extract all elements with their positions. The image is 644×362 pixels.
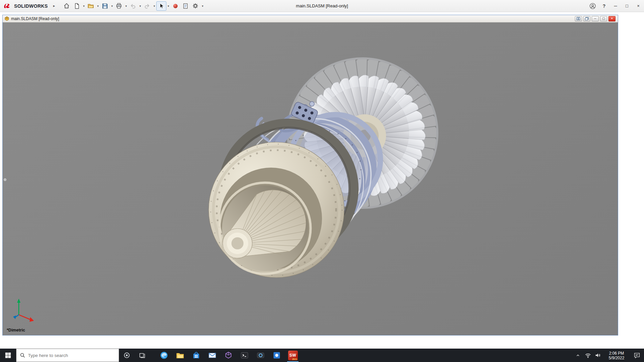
home-button[interactable] xyxy=(62,1,72,11)
options-caret[interactable]: ▾ xyxy=(201,4,205,8)
account-icon xyxy=(589,3,596,9)
system-tray: 2:06 PM 5/9/2022 xyxy=(573,349,644,362)
new-document-button[interactable] xyxy=(72,1,82,11)
print-button[interactable] xyxy=(114,1,124,11)
hidden-icons-button[interactable] xyxy=(573,352,583,359)
document-title: main.SLDASM [Read-only] xyxy=(11,16,59,21)
taskbar-mail-button[interactable] xyxy=(204,349,220,362)
menu-flyout-arrow[interactable]: ▸ xyxy=(53,4,55,8)
redo-button[interactable] xyxy=(142,1,152,11)
solidworks-taskbar-icon: SW 2021 xyxy=(288,351,298,360)
record-sphere-icon xyxy=(172,3,178,9)
save-button[interactable] xyxy=(100,1,110,11)
chevron-up-icon xyxy=(575,352,581,359)
taskbar-camera-button[interactable] xyxy=(253,349,269,362)
search-icon xyxy=(20,352,25,358)
child-minimize-button[interactable]: ─ xyxy=(592,16,599,21)
tile-windows-button[interactable] xyxy=(575,16,582,21)
help-button[interactable]: ? xyxy=(598,0,610,12)
assembly-document-icon xyxy=(4,16,9,21)
taskbar-store-button[interactable] xyxy=(188,349,204,362)
undo-icon xyxy=(130,3,136,9)
new-document-caret[interactable]: ▾ xyxy=(82,4,86,8)
redo-caret[interactable]: ▾ xyxy=(152,4,156,8)
wifi-icon xyxy=(584,352,592,359)
pane-toggle-handle[interactable] xyxy=(4,178,6,181)
network-button[interactable] xyxy=(583,352,593,359)
child-restore-button[interactable]: ▢ xyxy=(600,16,607,21)
cortana-button[interactable] xyxy=(119,349,135,362)
solidworks-brand: SOLIDWORKS xyxy=(3,3,48,9)
document-window: main.SLDASM [Read-only] ─ ▢ × xyxy=(2,15,618,336)
speaker-icon xyxy=(594,352,602,359)
undo-caret[interactable]: ▾ xyxy=(138,4,142,8)
select-tool-button[interactable] xyxy=(156,1,166,11)
orientation-triad[interactable] xyxy=(13,299,34,322)
toolbar: ▾ ▾ ▾ xyxy=(62,1,205,11)
taskbar-3d-viewer-button[interactable] xyxy=(220,349,236,362)
maximize-button[interactable]: □ xyxy=(621,0,633,12)
new-document-icon xyxy=(74,3,80,9)
cascade-windows-button[interactable] xyxy=(583,16,590,21)
view-orientation-label: *Dimetric xyxy=(7,328,25,333)
file-properties-button[interactable] xyxy=(180,1,191,11)
terminal-icon xyxy=(240,351,249,360)
document-window-controls: ─ ▢ × xyxy=(575,16,616,21)
clock-date: 5/9/2022 xyxy=(603,356,630,360)
taskbar-solidworks-button[interactable]: SW 2021 xyxy=(285,349,301,362)
save-icon xyxy=(102,3,108,9)
minimize-button[interactable]: ─ xyxy=(610,0,621,12)
cortana-icon xyxy=(123,352,130,359)
search-input[interactable] xyxy=(28,353,115,358)
volume-button[interactable] xyxy=(593,352,603,359)
help-icon: ? xyxy=(603,3,606,9)
child-close-button[interactable]: × xyxy=(608,16,615,21)
brand-text: SOLIDWORKS xyxy=(14,3,48,9)
taskbar-photos-button[interactable] xyxy=(269,349,285,362)
taskbar-clock[interactable]: 2:06 PM 5/9/2022 xyxy=(603,351,630,360)
close-button[interactable]: × xyxy=(633,0,644,12)
action-center-icon xyxy=(633,352,641,359)
edge-icon xyxy=(160,351,168,360)
undo-button[interactable] xyxy=(128,1,138,11)
task-view-button[interactable] xyxy=(135,349,150,362)
solidworks-logo-icon xyxy=(3,3,12,9)
task-view-icon xyxy=(139,352,146,359)
save-caret[interactable]: ▾ xyxy=(110,4,114,8)
open-caret[interactable]: ▾ xyxy=(96,4,100,8)
select-cursor-icon xyxy=(158,3,164,9)
select-tool-caret[interactable]: ▾ xyxy=(166,4,170,8)
cascade-windows-icon xyxy=(585,17,589,20)
windows-logo-icon xyxy=(5,352,11,359)
options-button[interactable] xyxy=(191,1,201,11)
engine-3d-model[interactable] xyxy=(3,22,618,335)
taskbar-search[interactable] xyxy=(16,349,119,362)
print-caret[interactable]: ▾ xyxy=(124,4,128,8)
pinned-apps: SW 2021 xyxy=(156,349,301,362)
graphics-viewport[interactable]: *Dimetric xyxy=(3,22,618,335)
photos-icon xyxy=(272,351,281,360)
taskbar-edge-button[interactable] xyxy=(156,349,172,362)
taskbar-file-explorer-button[interactable] xyxy=(172,349,188,362)
taskbar-terminal-button[interactable] xyxy=(236,349,253,362)
app-window-title: main.SLDASM [Read-only] xyxy=(296,3,348,8)
home-icon xyxy=(63,3,70,9)
solidworks-badge-text: SW xyxy=(289,353,296,358)
open-button[interactable] xyxy=(86,1,96,11)
action-center-button[interactable] xyxy=(630,352,644,359)
app-window-controls: ? ─ □ × xyxy=(587,0,644,12)
desktop: SOLIDWORKS ▸ ▾ xyxy=(0,0,644,362)
windows-taskbar: SW 2021 xyxy=(0,349,644,362)
redo-icon xyxy=(144,3,150,9)
account-button[interactable] xyxy=(587,0,598,12)
file-explorer-icon xyxy=(176,351,184,360)
solidworks-year-text: 2021 xyxy=(292,358,298,360)
open-folder-icon xyxy=(88,3,94,9)
camera-icon xyxy=(256,351,265,360)
app-menubar: SOLIDWORKS ▸ ▾ xyxy=(0,0,644,12)
clock-time: 2:06 PM xyxy=(603,351,630,356)
tile-windows-icon xyxy=(577,17,580,20)
record-macro-button[interactable] xyxy=(170,1,180,11)
start-button[interactable] xyxy=(0,349,16,362)
document-window-titlebar[interactable]: main.SLDASM [Read-only] ─ ▢ × xyxy=(3,15,618,22)
